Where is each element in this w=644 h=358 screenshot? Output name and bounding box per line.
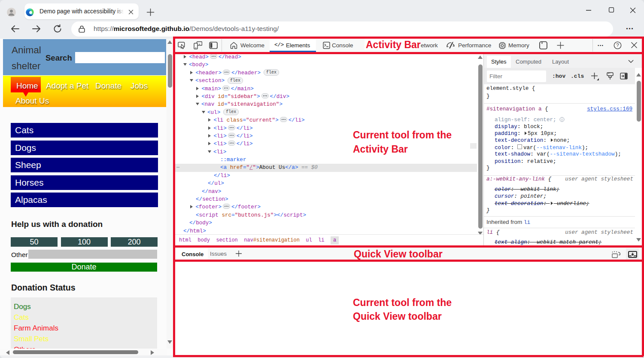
svg-text:?: ? bbox=[616, 43, 619, 48]
